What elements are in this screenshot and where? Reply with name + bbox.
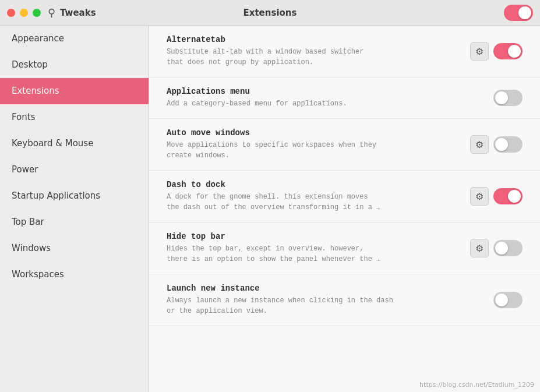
auto-move-windows-toggle[interactable] bbox=[493, 136, 523, 153]
window-controls bbox=[7, 9, 41, 17]
search-icon: ⚲ bbox=[48, 7, 55, 19]
extension-alternatetab-title: Alternatetab bbox=[167, 35, 463, 44]
extension-launch-new-instance-title: Launch new instance bbox=[167, 284, 486, 293]
extension-launch-new-instance-controls bbox=[493, 292, 523, 308]
alternatetab-gear-button[interactable]: ⚙ bbox=[470, 42, 489, 61]
sidebar-item-windows[interactable]: Windows bbox=[0, 235, 149, 262]
gear-icon: ⚙ bbox=[475, 243, 483, 254]
launch-new-instance-toggle-knob bbox=[495, 294, 508, 306]
global-toggle-container bbox=[504, 5, 533, 21]
alternatetab-toggle[interactable] bbox=[493, 43, 523, 59]
minimize-button[interactable] bbox=[20, 9, 28, 17]
extension-applications-menu-controls bbox=[493, 90, 523, 106]
dash-to-dock-gear-button[interactable]: ⚙ bbox=[470, 187, 489, 206]
hide-top-bar-gear-button[interactable]: ⚙ bbox=[470, 239, 489, 257]
extension-dash-to-dock-desc: A dock for the gnome shell. this extensi… bbox=[167, 192, 463, 213]
extension-auto-move-windows-title: Auto move windows bbox=[167, 128, 463, 137]
extension-applications-menu-title: Applications menu bbox=[167, 87, 486, 96]
applications-menu-toggle[interactable] bbox=[493, 90, 523, 106]
extension-launch-new-instance-desc: Always launch a new instance when clicki… bbox=[167, 295, 486, 316]
dash-to-dock-toggle[interactable] bbox=[493, 188, 523, 204]
sidebar-item-startup-applications[interactable]: Startup Applications bbox=[0, 183, 149, 209]
sidebar-item-extensions[interactable]: Extensions bbox=[0, 78, 149, 104]
auto-move-windows-toggle-knob bbox=[495, 138, 508, 151]
global-toggle[interactable] bbox=[504, 5, 533, 21]
extension-auto-move-windows-text: Auto move windows Move applications to s… bbox=[167, 128, 463, 161]
gear-icon: ⚙ bbox=[475, 46, 483, 57]
sidebar-item-keyboard-mouse[interactable]: Keyboard & Mouse bbox=[0, 130, 149, 157]
extension-dash-to-dock-text: Dash to dock A dock for the gnome shell.… bbox=[167, 180, 463, 213]
close-button[interactable] bbox=[7, 9, 15, 17]
extension-alternatetab: Alternatetab Substitute alt-tab with a w… bbox=[149, 26, 540, 77]
global-toggle-knob bbox=[518, 6, 531, 19]
extension-dash-to-dock-controls: ⚙ bbox=[470, 187, 523, 206]
main-container: Appearance Desktop Extensions Fonts Keyb… bbox=[0, 26, 540, 392]
extension-applications-menu-desc: Add a category-based menu for applicatio… bbox=[167, 98, 486, 109]
sidebar-item-appearance[interactable]: Appearance bbox=[0, 26, 149, 52]
extension-applications-menu-text: Applications menu Add a category-based m… bbox=[167, 87, 486, 109]
applications-menu-toggle-knob bbox=[495, 91, 508, 104]
dash-to-dock-toggle-knob bbox=[508, 190, 521, 203]
extension-hide-top-bar: Hide top bar Hides the top bar, except i… bbox=[149, 223, 540, 274]
extensions-content: Alternatetab Substitute alt-tab with a w… bbox=[149, 26, 540, 392]
page-title: Extensions bbox=[243, 8, 297, 18]
footer-watermark: https://blog.csdn.net/Etadium_1209 bbox=[419, 381, 534, 389]
extension-alternatetab-text: Alternatetab Substitute alt-tab with a w… bbox=[167, 35, 463, 68]
maximize-button[interactable] bbox=[33, 9, 41, 17]
extension-alternatetab-desc: Substitute alt-tab with a window based s… bbox=[167, 47, 463, 68]
extension-alternatetab-controls: ⚙ bbox=[470, 42, 523, 61]
sidebar-item-top-bar[interactable]: Top Bar bbox=[0, 209, 149, 235]
sidebar-item-fonts[interactable]: Fonts bbox=[0, 104, 149, 130]
extension-launch-new-instance-text: Launch new instance Always launch a new … bbox=[167, 284, 486, 316]
extension-auto-move-windows-desc: Move applications to specific workspaces… bbox=[167, 140, 463, 161]
sidebar: Appearance Desktop Extensions Fonts Keyb… bbox=[0, 26, 149, 392]
hide-top-bar-toggle-knob bbox=[495, 242, 508, 255]
sidebar-item-workspaces[interactable]: Workspaces bbox=[0, 262, 149, 288]
sidebar-item-power[interactable]: Power bbox=[0, 157, 149, 183]
sidebar-item-desktop[interactable]: Desktop bbox=[0, 52, 149, 78]
extension-dash-to-dock-title: Dash to dock bbox=[167, 180, 463, 189]
extension-dash-to-dock: Dash to dock A dock for the gnome shell.… bbox=[149, 171, 540, 223]
launch-new-instance-toggle[interactable] bbox=[493, 292, 523, 308]
hide-top-bar-toggle[interactable] bbox=[493, 240, 523, 256]
extension-auto-move-windows: Auto move windows Move applications to s… bbox=[149, 119, 540, 171]
gear-icon: ⚙ bbox=[475, 139, 483, 150]
gear-icon: ⚙ bbox=[475, 191, 483, 202]
extension-applications-menu: Applications menu Add a category-based m… bbox=[149, 77, 540, 119]
extension-hide-top-bar-title: Hide top bar bbox=[167, 232, 463, 241]
extension-hide-top-bar-desc: Hides the top bar, except in overview. h… bbox=[167, 243, 463, 264]
auto-move-windows-gear-button[interactable]: ⚙ bbox=[470, 135, 489, 154]
extension-launch-new-instance: Launch new instance Always launch a new … bbox=[149, 274, 540, 326]
search-button[interactable]: ⚲ bbox=[48, 6, 55, 19]
extension-hide-top-bar-text: Hide top bar Hides the top bar, except i… bbox=[167, 232, 463, 264]
extension-auto-move-windows-controls: ⚙ bbox=[470, 135, 523, 154]
alternatetab-toggle-knob bbox=[508, 45, 521, 58]
title-bar: ⚲ Tweaks Extensions bbox=[0, 0, 540, 26]
extension-hide-top-bar-controls: ⚙ bbox=[470, 239, 523, 257]
